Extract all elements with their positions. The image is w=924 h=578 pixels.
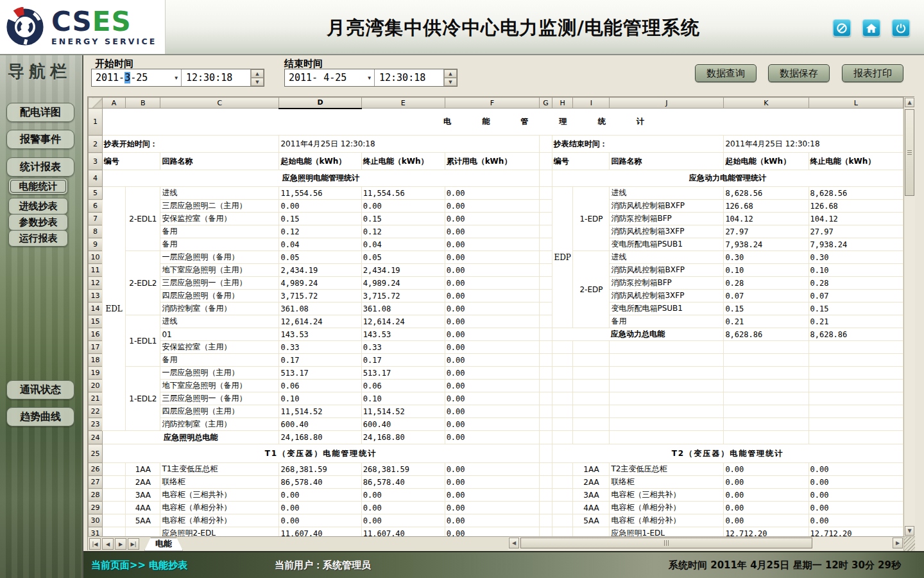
energy-value-cell[interactable]: 24,168.80 [279, 431, 361, 444]
row-header[interactable]: 31 [89, 527, 103, 537]
circuit-name-cell[interactable]: 安保监控室（备用） [160, 213, 279, 225]
sheet-cell[interactable]: 起始电能（kWh） [724, 153, 809, 170]
circuit-name-cell[interactable]: 电容柜（三相共补） [160, 489, 279, 502]
select-all-corner[interactable] [89, 98, 103, 109]
empty-cell[interactable] [552, 392, 573, 405]
empty-cell[interactable] [573, 367, 610, 380]
sheet-cell[interactable] [552, 527, 573, 537]
total-label[interactable]: 应急照明总电能 [102, 431, 279, 444]
row-header[interactable]: 9 [89, 238, 103, 251]
empty-cell[interactable] [610, 380, 724, 392]
accum-value-cell[interactable]: 0.00 [445, 380, 539, 392]
energy-value-cell[interactable]: 0.00 [724, 489, 809, 502]
energy-value-cell[interactable]: 143.53 [279, 328, 361, 341]
energy-value-cell[interactable]: 0.10 [724, 264, 809, 277]
energy-value-cell[interactable]: 0.00 [724, 514, 809, 527]
circuit-name-cell[interactable]: 联络柜 [160, 476, 279, 489]
row-header[interactable]: 7 [89, 213, 103, 225]
energy-value-cell[interactable]: 12,614.24 [361, 315, 445, 328]
energy-value-cell[interactable]: 0.00 [279, 502, 361, 514]
energy-value-cell[interactable]: 0.28 [809, 277, 903, 290]
empty-cell[interactable] [540, 213, 552, 225]
empty-cell[interactable] [610, 354, 724, 367]
circuit-code-cell[interactable]: 3AA [573, 489, 610, 502]
sheet-cell[interactable]: 终止电能（kWh） [809, 153, 903, 170]
circuit-name-cell[interactable]: 联络柜 [610, 476, 724, 489]
energy-value-cell[interactable]: 0.06 [279, 380, 361, 392]
circuit-name-cell[interactable]: 消防风机控制箱3XFP [610, 290, 724, 302]
sheet-cell[interactable] [102, 476, 125, 489]
energy-value-cell[interactable]: 0.00 [361, 200, 445, 213]
energy-value-cell[interactable]: 0.00 [361, 502, 445, 514]
meter-end-value[interactable]: 2011年4月25日 12:30:18 [724, 136, 903, 153]
empty-cell[interactable] [809, 431, 903, 444]
energy-value-cell[interactable]: 513.17 [279, 367, 361, 380]
empty-cell[interactable] [724, 405, 809, 418]
circuit-code-cell[interactable]: 5AA [573, 514, 610, 527]
empty-cell[interactable] [552, 354, 573, 367]
empty-cell[interactable] [540, 200, 552, 213]
empty-cell[interactable] [540, 354, 552, 367]
column-header-D[interactable]: D [279, 98, 361, 109]
sheet-cell[interactable] [552, 489, 573, 502]
energy-value-cell[interactable]: 0.30 [724, 251, 809, 264]
energy-value-cell[interactable]: 0.05 [279, 251, 361, 264]
accum-value-cell[interactable]: 0.00 [445, 290, 539, 302]
start-time-input[interactable]: 12:30:18 [182, 69, 251, 86]
empty-cell[interactable] [540, 431, 552, 444]
circuit-name-cell[interactable]: 01 [160, 328, 279, 341]
data-save-button[interactable]: 数据保存 [768, 64, 830, 82]
circuit-name-cell[interactable]: 电容柜（单相分补） [160, 514, 279, 527]
column-header-I[interactable]: I [573, 98, 610, 109]
empty-cell[interactable] [724, 367, 809, 380]
sheet-cell[interactable]: 起始电能（kWh） [279, 153, 361, 170]
sheet-title[interactable]: 电 能 管 理 统 计 [102, 109, 903, 136]
empty-cell[interactable] [540, 277, 552, 290]
sheet-cell[interactable]: 回路名称 [610, 153, 724, 170]
group-cell[interactable]: 2-EDL2 [126, 251, 160, 315]
accum-value-cell[interactable]: 0.00 [445, 213, 539, 225]
energy-value-cell[interactable]: 0.00 [279, 200, 361, 213]
accum-value-cell[interactable]: 0.00 [445, 302, 539, 315]
group-cell[interactable]: 1-EDL1 [126, 315, 160, 367]
row-header[interactable]: 16 [89, 328, 103, 341]
sheet-cell[interactable]: 编号 [102, 153, 160, 170]
data-query-button[interactable]: 数据查询 [695, 64, 757, 82]
vertical-scrollbar-thumb[interactable] [905, 109, 914, 196]
chevron-down-icon[interactable]: ▼ [175, 75, 178, 81]
column-header-C[interactable]: C [160, 98, 279, 109]
energy-value-cell[interactable]: 0.33 [279, 341, 361, 354]
empty-cell[interactable] [540, 367, 552, 380]
energy-value-cell[interactable]: 0.00 [809, 489, 903, 502]
column-header-F[interactable]: F [445, 98, 539, 109]
resize-grip[interactable] [903, 536, 915, 551]
circuit-name-cell[interactable]: 消防风机控制箱BXFP [610, 200, 724, 213]
empty-cell[interactable] [540, 153, 552, 170]
accum-value-cell[interactable]: 0.00 [445, 238, 539, 251]
energy-value-cell[interactable]: 8,628.86 [724, 328, 809, 341]
tab-first-icon[interactable]: |◀ [89, 538, 101, 550]
energy-value-cell[interactable]: 0.10 [361, 392, 445, 405]
empty-cell[interactable] [540, 315, 552, 328]
empty-cell[interactable] [724, 380, 809, 392]
accum-value-cell[interactable]: 0.00 [445, 354, 539, 367]
sheet-cell[interactable]: 编号 [552, 153, 610, 170]
circuit-name-cell[interactable]: 电容柜（单相分补） [610, 502, 724, 514]
circuit-name-cell[interactable]: 消防控制室（备用） [160, 302, 279, 315]
energy-value-cell[interactable]: 3,715.72 [361, 290, 445, 302]
row-header[interactable]: 11 [89, 264, 103, 277]
energy-value-cell[interactable]: 86,578.40 [361, 476, 445, 489]
row-header[interactable]: 29 [89, 502, 103, 514]
row-header[interactable]: 18 [89, 354, 103, 367]
energy-value-cell[interactable]: 11,607.40 [361, 527, 445, 537]
circuit-name-cell[interactable]: 进线 [610, 187, 724, 200]
sidebar-item-alarm-events[interactable]: 报警事件 [6, 130, 74, 149]
empty-cell[interactable] [540, 405, 552, 418]
row-header[interactable]: 6 [89, 200, 103, 213]
row-header[interactable]: 20 [89, 380, 103, 392]
energy-value-cell[interactable]: 268,381.59 [361, 463, 445, 476]
horizontal-scrollbar[interactable]: ◀ ▶ [508, 537, 903, 550]
circuit-code-cell[interactable]: 2AA [126, 476, 160, 489]
accum-value-cell[interactable]: 0.00 [445, 187, 539, 200]
energy-value-cell[interactable]: 0.33 [361, 341, 445, 354]
